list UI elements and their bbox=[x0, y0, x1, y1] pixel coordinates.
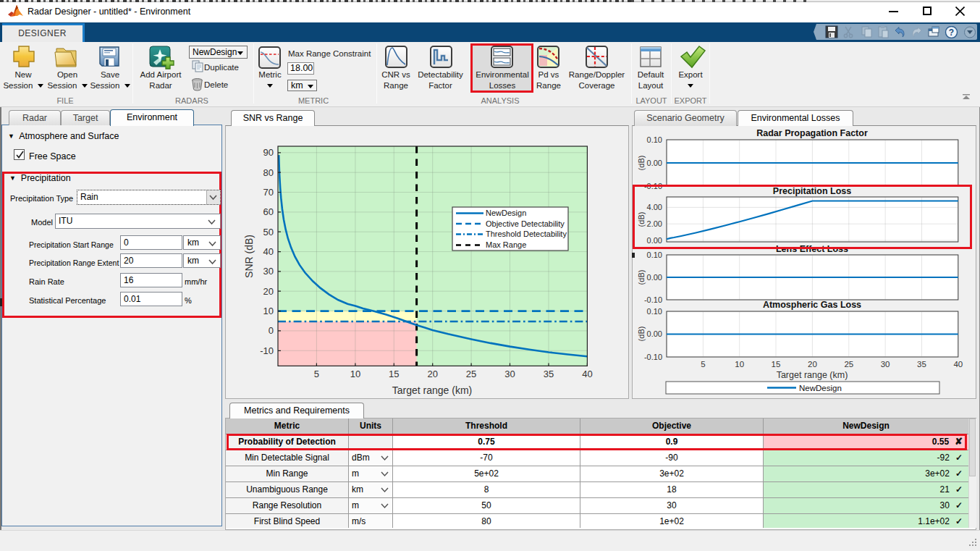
svg-text:0.00: 0.00 bbox=[647, 273, 662, 282]
svg-text:40: 40 bbox=[263, 246, 274, 257]
svg-text:Radar Propagation Factor: Radar Propagation Factor bbox=[756, 128, 868, 138]
svg-text:5: 5 bbox=[314, 369, 319, 379]
svg-text:40: 40 bbox=[582, 369, 592, 379]
svg-text:0.00: 0.00 bbox=[647, 329, 662, 338]
svg-text:60: 60 bbox=[263, 206, 274, 217]
svg-text:Target range (km): Target range (km) bbox=[392, 384, 472, 396]
svg-text:Max Range: Max Range bbox=[486, 240, 526, 249]
svg-text:Objective Detectability: Objective Detectability bbox=[486, 219, 565, 228]
svg-text:50: 50 bbox=[263, 227, 274, 237]
svg-text:20: 20 bbox=[263, 286, 274, 297]
svg-text:10: 10 bbox=[350, 369, 360, 379]
svg-text:NewDesign: NewDesign bbox=[799, 384, 842, 392]
svg-text:30: 30 bbox=[504, 369, 515, 379]
svg-text:Atmospheric Gas Loss: Atmospheric Gas Loss bbox=[763, 300, 861, 310]
svg-text:40: 40 bbox=[953, 360, 963, 369]
svg-text:10: 10 bbox=[263, 306, 274, 316]
svg-text:NewDesign: NewDesign bbox=[486, 209, 526, 217]
svg-text:-0.10: -0.10 bbox=[644, 353, 662, 361]
svg-text:15: 15 bbox=[389, 369, 399, 379]
svg-text:70: 70 bbox=[263, 187, 274, 198]
svg-text:2.00: 2.00 bbox=[647, 219, 662, 228]
svg-text:?: ? bbox=[949, 28, 954, 38]
svg-text:30: 30 bbox=[881, 360, 890, 369]
svg-text:-0.10: -0.10 bbox=[644, 295, 662, 304]
svg-text:SNR (dB): SNR (dB) bbox=[243, 235, 255, 278]
svg-text:90: 90 bbox=[263, 147, 274, 158]
svg-text:Threshold Detectability: Threshold Detectability bbox=[486, 230, 567, 238]
svg-text:35: 35 bbox=[544, 369, 554, 379]
svg-text:5: 5 bbox=[701, 360, 705, 369]
svg-text:Precipitation Loss: Precipitation Loss bbox=[773, 186, 851, 196]
svg-text:20: 20 bbox=[427, 369, 437, 379]
svg-text:35: 35 bbox=[917, 360, 926, 369]
svg-text:10: 10 bbox=[735, 360, 744, 369]
svg-text:0.00: 0.00 bbox=[647, 159, 662, 167]
svg-text:-10: -10 bbox=[260, 345, 274, 356]
svg-text:0.10: 0.10 bbox=[647, 307, 662, 316]
svg-text:(dB): (dB) bbox=[637, 212, 646, 227]
svg-text:30: 30 bbox=[263, 266, 274, 277]
svg-text:(dB): (dB) bbox=[637, 156, 646, 171]
svg-text:4.00: 4.00 bbox=[647, 203, 662, 211]
svg-text:25: 25 bbox=[466, 369, 476, 379]
svg-text:(dB): (dB) bbox=[637, 327, 646, 342]
svg-text:0.10: 0.10 bbox=[647, 135, 662, 144]
svg-text:0: 0 bbox=[269, 325, 274, 336]
svg-text:Target range (km): Target range (km) bbox=[777, 370, 848, 380]
svg-text:80: 80 bbox=[263, 167, 274, 178]
svg-text:(dB): (dB) bbox=[637, 270, 646, 285]
svg-text:20: 20 bbox=[808, 360, 817, 369]
svg-text:0.00: 0.00 bbox=[647, 236, 662, 245]
svg-text:25: 25 bbox=[844, 360, 853, 369]
svg-text:15: 15 bbox=[772, 360, 781, 369]
svg-text:0.10: 0.10 bbox=[647, 251, 662, 259]
